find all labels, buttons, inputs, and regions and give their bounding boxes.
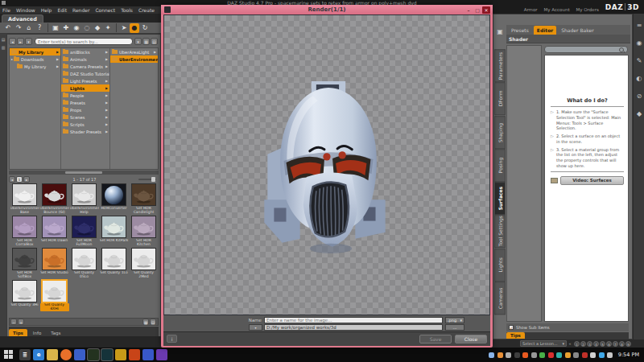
format-dropdown[interactable]: .png ▾	[445, 317, 464, 323]
thumbnail-image[interactable]	[101, 216, 126, 238]
tab-shader-baker[interactable]: Shader Baker	[558, 26, 597, 35]
menu-file[interactable]: File	[2, 7, 10, 13]
tree-item-my-library[interactable]: My Library▶	[10, 63, 60, 70]
scroll-plus-button[interactable]: +	[18, 319, 24, 325]
lesson-page-5[interactable]: 5	[600, 341, 605, 347]
info-button[interactable]: i	[167, 335, 177, 343]
tray-icon-5[interactable]	[522, 352, 528, 358]
tray-icon-11[interactable]	[573, 352, 579, 358]
library-view-button-2[interactable]: ▤	[151, 38, 158, 45]
lesson-page-3[interactable]: 3	[587, 341, 592, 347]
edit-icon[interactable]: ✎	[634, 56, 644, 67]
surface-selection-tool-icon[interactable]: ●	[130, 23, 139, 33]
browse-button[interactable]: ...	[445, 324, 464, 331]
thumbnail-set-quality-3hi[interactable]: Set Quality 3Hi	[10, 280, 39, 312]
tree-item-downloads[interactable]: ▸Downloads▶	[10, 56, 60, 63]
tray-icon-6[interactable]	[531, 352, 537, 358]
tab-editor[interactable]: Editor	[534, 26, 556, 35]
library-nav-button-1[interactable]: ▸	[17, 38, 24, 45]
image-name-input[interactable]	[264, 317, 443, 323]
thumbnail-image[interactable]	[131, 248, 156, 270]
surfaces-search-box[interactable]	[544, 46, 628, 53]
tree-item-lights[interactable]: Lights▶	[61, 84, 109, 92]
dock-doc-icon[interactable]: ▤	[0, 37, 6, 42]
pane-tab-surfaces[interactable]: Surfaces	[494, 182, 506, 215]
image-app-icon[interactable]	[88, 349, 99, 360]
thumbnail-image[interactable]	[101, 248, 126, 270]
scene-block-icon[interactable]: ▣	[51, 23, 60, 33]
gold-app-icon[interactable]	[115, 349, 126, 360]
tray-icon-7[interactable]	[539, 352, 545, 358]
thumbnail-set-hdr-fullmoon[interactable]: Set HDR FullMoon	[70, 216, 99, 248]
library-nav-button-0[interactable]: ◂	[9, 38, 16, 45]
tray-icon-4[interactable]	[514, 352, 520, 358]
menu-icon[interactable]: ≡	[634, 20, 644, 31]
video-surfaces-button[interactable]: Video: Surfaces	[560, 176, 624, 185]
thumbnail-set-hdr-kitpark[interactable]: Set HDR KitPark	[100, 216, 129, 248]
pane-tab-tool-settings[interactable]: Tool Settings	[494, 215, 506, 248]
thumbnail-image[interactable]	[12, 248, 37, 270]
library-view-button-0[interactable]: ▾	[134, 38, 142, 45]
path-dropdown[interactable]: ▾	[249, 324, 262, 331]
tree-item-daz-studio-tutorials[interactable]: DAZ Studio Tutorials▶	[61, 70, 109, 77]
blue-app-icon[interactable]	[142, 349, 154, 360]
render-window-titlebar[interactable]: Render(1/1) – ▢ ✕	[161, 5, 493, 14]
scroll-minus-button[interactable]: −	[10, 319, 17, 325]
pane-tab-dform[interactable]: DForm	[494, 82, 506, 115]
null-icon[interactable]: ⊘	[634, 91, 644, 102]
tree-item-light-presets[interactable]: Light Presets▶	[61, 77, 109, 84]
tray-icon-15[interactable]	[607, 352, 613, 358]
pane-tab-cameras[interactable]: Cameras	[494, 282, 506, 315]
thumbnail-size-slider[interactable]	[138, 179, 156, 180]
start-button[interactable]	[4, 350, 14, 360]
tree-item-aniblocks[interactable]: aniBlocks▶	[61, 48, 109, 56]
menu-create[interactable]: Create	[138, 7, 155, 13]
slider-knob[interactable]	[151, 177, 155, 182]
tray-icon-12[interactable]	[582, 352, 588, 358]
thumbnail-uberenvironment2-help[interactable]: UberEnvironment2 Help	[70, 183, 99, 216]
thumbnail-image[interactable]	[12, 280, 37, 302]
menu-window[interactable]: Window	[16, 7, 35, 13]
tray-icon-9[interactable]	[556, 352, 562, 358]
tab-presets[interactable]: Presets	[508, 26, 532, 35]
tree-item-animals[interactable]: Animals▶	[61, 56, 109, 63]
lesson-first-button[interactable]: «	[567, 340, 573, 347]
link-icon[interactable]: ◆	[93, 23, 102, 33]
media-icon[interactable]	[74, 349, 85, 360]
orbit-icon[interactable]: ◌	[82, 23, 92, 33]
pointer-tool-icon[interactable]: ➤	[119, 23, 129, 33]
thumbnail-image[interactable]	[42, 183, 67, 206]
library-view-button-1[interactable]: ▦	[142, 38, 150, 45]
tree-item-uberenvironment2[interactable]: UberEnvironment2▶	[110, 56, 158, 63]
tab-tips[interactable]: Tips	[506, 332, 525, 339]
tray-icon-13[interactable]	[590, 352, 596, 358]
library-search-input[interactable]	[35, 38, 133, 45]
pane-tab-posing[interactable]: Posing	[494, 149, 506, 182]
undo-icon[interactable]: ↶	[3, 23, 13, 33]
pane-tab-parameters[interactable]: Parameters	[494, 49, 506, 82]
node-icon[interactable]: ◆	[634, 109, 644, 120]
thumbnail-set-hdr-dawn[interactable]: Set HDR Dawn	[40, 216, 69, 248]
lesson-page-4[interactable]: 4	[593, 341, 599, 347]
task-view-icon[interactable]: ≣	[19, 349, 31, 360]
lesson-page-8[interactable]: 8	[619, 341, 625, 347]
scrollbar-thumb[interactable]	[65, 171, 102, 174]
save-path-field[interactable]: D:/My work/organized works/3d	[264, 324, 443, 331]
thumbnail-set-hdr-candlelight[interactable]: Set HDR Candlelight	[130, 183, 159, 216]
tree-horizontal-scrollbar[interactable]	[9, 171, 159, 175]
thumbnail-hdrconverter[interactable]: HDRConverter	[100, 183, 129, 216]
tray-icon-1[interactable]	[489, 352, 494, 358]
tree-item-scripts[interactable]: Scripts▶	[61, 121, 109, 128]
red-app-icon[interactable]	[129, 349, 140, 360]
tree-item-people[interactable]: People▶	[61, 92, 109, 99]
thumbnail-image[interactable]	[72, 216, 97, 238]
menu-help[interactable]: Help	[41, 7, 52, 13]
thumbnail-image[interactable]	[131, 183, 156, 206]
tree-item-props[interactable]: Props▶	[61, 106, 109, 113]
panel-grip-icon[interactable]: ▣	[495, 27, 505, 37]
thumbnail-set-hdr-corralbox[interactable]: Set HDR CorralBox	[10, 216, 39, 248]
tree-item-presets[interactable]: Presets▶	[61, 99, 109, 106]
purple-app-icon[interactable]	[156, 349, 167, 360]
scene-icon[interactable]: ◉	[634, 38, 644, 49]
thumbnail-uberenvironment2-base[interactable]: UberEnvironment2 Base	[10, 183, 39, 216]
